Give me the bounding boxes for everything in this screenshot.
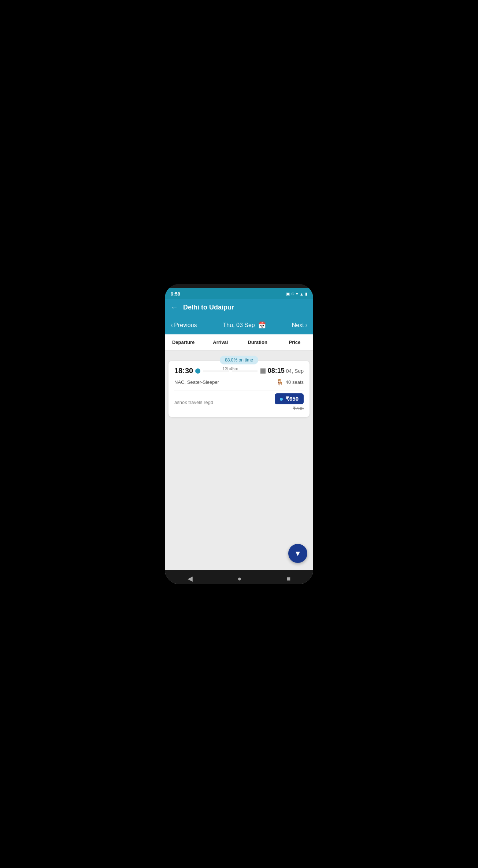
price-header: Price <box>276 340 313 345</box>
departure-time: 18:30 <box>174 367 193 375</box>
duration-wrapper: 13h45m <box>202 371 259 371</box>
status-icons: ▣ ⊕ ▾ ▲ ▮ <box>286 292 307 296</box>
sim-icon: ▣ <box>286 292 290 296</box>
bottom-nav: ◀ ● ■ <box>165 570 313 584</box>
arrival-square <box>260 368 266 374</box>
duration-value: 13h45m <box>222 366 238 371</box>
phone-screen: 9:58 ▣ ⊕ ▾ ▲ ▮ ← Delhi to Udaipur ‹ Prev… <box>165 288 313 584</box>
bus-card[interactable]: 18:30 13h45m 08:15 04, Sep NAC, Seater-S… <box>168 361 310 417</box>
arrival-header: Arrival <box>202 340 239 345</box>
discounted-price: ₹650 <box>286 396 299 402</box>
bus-type: NAC, Seater-Sleeper <box>174 379 219 385</box>
arrival-date: 04, Sep <box>286 368 304 374</box>
content-area: 88.0% on time 18:30 13h45m 08:15 04, Sep <box>165 350 313 570</box>
date-label: Thu, 03 Sep <box>223 322 255 329</box>
chevron-left-icon: ‹ <box>171 322 173 329</box>
price-tag[interactable]: ₹650 <box>275 393 304 404</box>
departure-dot <box>195 368 200 374</box>
back-nav-button[interactable]: ◀ <box>188 575 193 583</box>
original-price: ₹700 <box>293 406 304 411</box>
at-icon: ⊕ <box>291 292 294 296</box>
status-bar: 9:58 ▣ ⊕ ▾ ▲ ▮ <box>165 288 313 299</box>
bus-type-row: NAC, Seater-Sleeper 🪑 40 seats <box>174 379 304 386</box>
col-headers: Departure Arrival Duration Price <box>165 334 313 350</box>
next-button[interactable]: Next › <box>292 322 307 329</box>
calendar-icon: 📅 <box>258 321 266 329</box>
recents-nav-button[interactable]: ■ <box>287 575 291 583</box>
duration-header: Duration <box>239 340 276 345</box>
app-bar: ← Delhi to Udaipur <box>165 299 313 316</box>
chevron-right-icon: › <box>305 322 307 329</box>
on-time-badge: 88.0% on time <box>220 356 258 364</box>
route-row: 18:30 13h45m 08:15 04, Sep <box>174 367 304 375</box>
date-display[interactable]: Thu, 03 Sep 📅 <box>223 321 266 329</box>
badge-wrapper: 88.0% on time <box>168 356 310 364</box>
operator-name: ashok travels regd <box>174 400 213 405</box>
departure-header: Departure <box>165 340 202 345</box>
arrival-time: 08:15 <box>268 367 285 375</box>
seats-info: 🪑 40 seats <box>276 379 304 386</box>
back-button[interactable]: ← <box>171 303 178 312</box>
wifi-icon: ▾ <box>296 292 298 296</box>
previous-button[interactable]: ‹ Previous <box>171 322 197 329</box>
status-time: 9:58 <box>171 291 180 297</box>
filter-fab[interactable]: ▼ <box>288 544 307 563</box>
signal-icon: ▲ <box>300 292 304 296</box>
price-dot <box>280 398 283 401</box>
home-nav-button[interactable]: ● <box>238 575 242 583</box>
battery-icon: ▮ <box>305 292 307 296</box>
seat-icon: 🪑 <box>276 379 284 386</box>
phone-frame: 9:58 ▣ ⊕ ▾ ▲ ▮ ← Delhi to Udaipur ‹ Prev… <box>165 284 313 584</box>
seats-count: 40 seats <box>286 379 304 385</box>
price-col: ₹650 ₹700 <box>275 393 304 411</box>
card-divider <box>174 390 304 390</box>
app-title: Delhi to Udaipur <box>183 304 234 311</box>
date-nav: ‹ Previous Thu, 03 Sep 📅 Next › <box>165 316 313 334</box>
price-row: ashok travels regd ₹650 ₹700 <box>174 393 304 411</box>
filter-icon: ▼ <box>294 549 301 558</box>
